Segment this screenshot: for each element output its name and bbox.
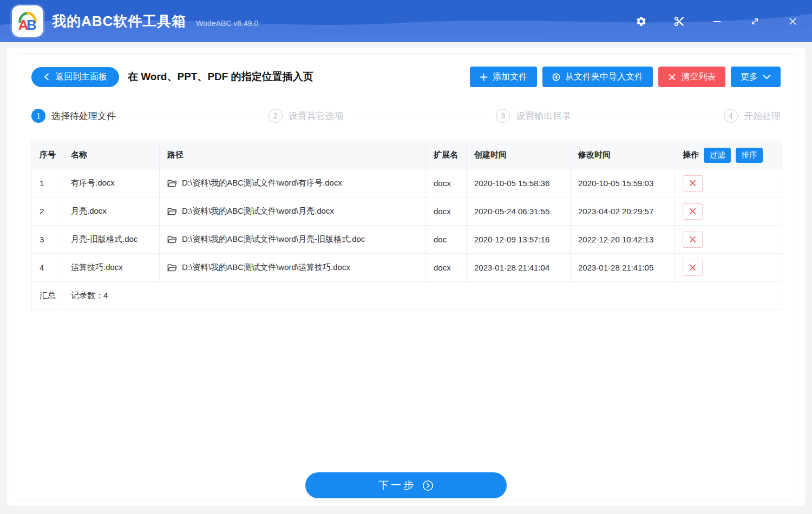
- row-modified: 2023-04-02 20:29:57: [571, 197, 675, 226]
- row-path: D:\资料\我的ABC测试文件\word\月亮-旧版格式.doc: [160, 226, 426, 254]
- row-index: 4: [32, 254, 63, 282]
- row-index: 3: [32, 226, 63, 254]
- main-card: 返回到主面板 在 Word、PPT、PDF 的指定位置插入页 添加文件 从文件夹…: [7, 48, 805, 506]
- sort-button[interactable]: 排序: [736, 148, 763, 163]
- titlebar: A B 我的ABC软件工具箱 WodeABC v6.49.0: [0, 0, 812, 42]
- row-created: 2020-05-24 06:31:55: [467, 197, 571, 226]
- panel-header: 返回到主面板 在 Word、PPT、PDF 的指定位置插入页 添加文件 从文件夹…: [31, 67, 781, 87]
- chevron-left-icon: [43, 73, 50, 81]
- row-index: 2: [32, 197, 63, 226]
- table-header-row: 序号 名称 路径 扩展名 创建时间 修改时间 操作 过滤 排序: [32, 141, 782, 169]
- col-header-created: 创建时间: [467, 141, 571, 169]
- file-table: 序号 名称 路径 扩展名 创建时间 修改时间 操作 过滤 排序: [31, 141, 782, 310]
- scissors-icon[interactable]: [672, 15, 685, 28]
- panel-footer: 下一步: [31, 472, 781, 499]
- summary-row: 汇总 记录数：4: [32, 282, 782, 310]
- col-header-ext: 扩展名: [426, 141, 467, 169]
- row-name: 运算技巧.docx: [63, 254, 160, 282]
- content-panel: 返回到主面板 在 Word、PPT、PDF 的指定位置插入页 添加文件 从文件夹…: [16, 53, 796, 500]
- row-path: D:\资料\我的ABC测试文件\word\月亮.docx: [160, 197, 426, 226]
- x-icon: [689, 264, 696, 271]
- clear-list-button[interactable]: 清空列表: [658, 67, 725, 87]
- step-output-dir: 3 设置输出目录: [496, 109, 571, 123]
- gear-icon[interactable]: [634, 15, 647, 28]
- row-name: 有序号.docx: [63, 169, 160, 197]
- table-row: 1 有序号.docx D:\资料\我的ABC测试文件\word\有序号.docx…: [32, 169, 782, 197]
- row-ext: docx: [426, 197, 467, 226]
- col-header-modified: 修改时间: [571, 141, 675, 169]
- step-select-files: 1 选择待处理文件: [31, 109, 116, 123]
- step-start-process: 4 开始处理: [724, 109, 781, 123]
- step-indicator: 1 选择待处理文件 2 设置其它选项 3 设置输出目录 4 开始处理: [31, 109, 781, 123]
- record-count: 记录数：4: [63, 282, 782, 310]
- step-2-circle: 2: [269, 109, 283, 123]
- delete-row-button[interactable]: [683, 203, 703, 220]
- import-from-folder-button[interactable]: 从文件夹中导入文件: [542, 67, 653, 87]
- header-actions: 添加文件 从文件夹中导入文件 清空列表 更多: [470, 67, 781, 87]
- page-title: 在 Word、PPT、PDF 的指定位置插入页: [128, 70, 313, 84]
- next-step-button[interactable]: 下一步: [305, 472, 507, 498]
- app-version: WodeABC v6.49.0: [196, 19, 258, 28]
- col-header-path: 路径: [160, 141, 426, 169]
- circle-plus-icon: [552, 73, 560, 81]
- x-icon: [689, 236, 696, 243]
- filter-button[interactable]: 过滤: [704, 148, 731, 163]
- summary-label: 汇总: [32, 282, 63, 310]
- delete-row-button[interactable]: [683, 175, 703, 192]
- row-index: 1: [32, 169, 63, 197]
- row-modified: 2022-12-20 10:42:13: [571, 226, 675, 254]
- row-created: 2020-10-05 15:58:36: [467, 169, 571, 197]
- row-modified: 2020-10-05 15:59:03: [571, 169, 675, 197]
- step-3-circle: 3: [496, 109, 510, 123]
- more-button[interactable]: 更多: [731, 67, 781, 87]
- delete-row-button[interactable]: [683, 232, 703, 248]
- plus-icon: [480, 73, 488, 81]
- step-connector: [579, 116, 716, 116]
- app-logo: A B: [12, 5, 43, 37]
- col-header-index: 序号: [32, 141, 63, 169]
- row-ext: docx: [426, 169, 467, 197]
- add-files-button[interactable]: 添加文件: [470, 67, 537, 87]
- col-header-name: 名称: [63, 141, 160, 169]
- app-title: 我的ABC软件工具箱: [52, 12, 186, 31]
- row-created: 2020-12-09 13:57:16: [467, 226, 571, 254]
- back-to-dashboard-button[interactable]: 返回到主面板: [31, 67, 119, 87]
- row-path: D:\资料\我的ABC测试文件\word\有序号.docx: [160, 169, 426, 197]
- step-connector: [351, 116, 489, 116]
- delete-row-button[interactable]: [683, 260, 703, 276]
- x-icon: [689, 180, 696, 187]
- resize-icon[interactable]: [748, 15, 761, 28]
- step-connector: [123, 116, 261, 116]
- circle-arrow-right-icon: [422, 480, 434, 491]
- open-folder-icon: [167, 235, 177, 244]
- step-other-options: 2 设置其它选项: [269, 109, 344, 123]
- row-name: 月亮-旧版格式.doc: [63, 226, 160, 254]
- open-folder-icon: [167, 207, 177, 216]
- row-ext: doc: [426, 226, 467, 254]
- svg-text:B: B: [27, 17, 37, 32]
- chevron-down-icon: [763, 73, 771, 81]
- close-icon[interactable]: [786, 15, 799, 28]
- row-name: 月亮.docx: [63, 197, 160, 226]
- table-row: 2 月亮.docx D:\资料\我的ABC测试文件\word\月亮.docx d…: [32, 197, 782, 226]
- row-created: 2023-01-28 21:41:04: [467, 254, 571, 282]
- col-header-ops: 操作 过滤 排序: [675, 141, 782, 169]
- open-folder-icon: [167, 179, 177, 188]
- step-1-circle: 1: [31, 109, 45, 123]
- x-icon: [689, 208, 696, 215]
- row-ext: docx: [426, 254, 467, 282]
- open-folder-icon: [167, 263, 177, 272]
- x-icon: [668, 73, 676, 81]
- step-4-circle: 4: [724, 109, 738, 123]
- table-row: 4 运算技巧.docx D:\资料\我的ABC测试文件\word\运算技巧.do…: [32, 254, 782, 282]
- back-button-label: 返回到主面板: [55, 71, 107, 83]
- minimize-icon[interactable]: [710, 15, 723, 28]
- row-path: D:\资料\我的ABC测试文件\word\运算技巧.docx: [160, 254, 426, 282]
- table-row: 3 月亮-旧版格式.doc D:\资料\我的ABC测试文件\word\月亮-旧版…: [32, 226, 782, 254]
- row-modified: 2023-01-28 21:41:05: [571, 254, 675, 282]
